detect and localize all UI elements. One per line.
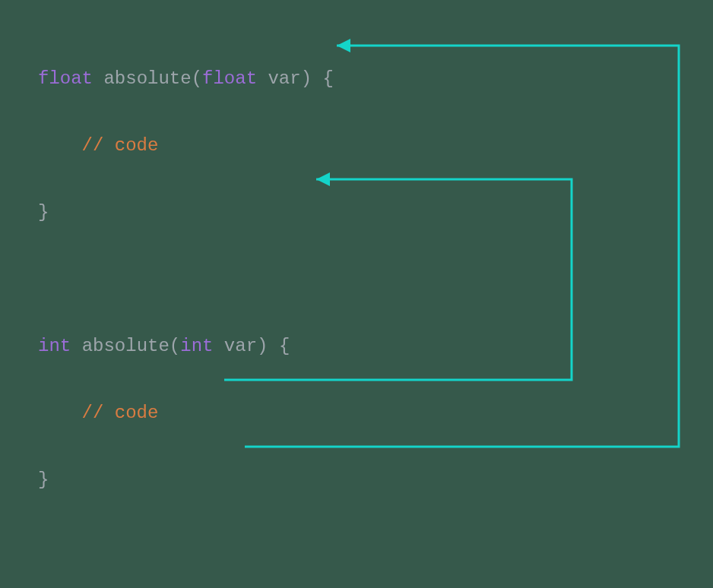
code-line-1: float absolute(float var) { xyxy=(38,62,334,96)
func-name-absolute-int: absolute( xyxy=(82,336,181,356)
code-line-3: } xyxy=(38,196,334,229)
code-line-7: } xyxy=(38,463,334,497)
code-line-blank xyxy=(38,530,334,564)
comment: // code xyxy=(82,135,159,156)
keyword-int: int xyxy=(38,336,71,356)
func-name-absolute-float: absolute( xyxy=(103,68,202,89)
arrow-float-head xyxy=(337,39,350,52)
code-line-2: // code xyxy=(38,129,334,163)
keyword-int-param: int xyxy=(180,336,213,356)
comment: // code xyxy=(82,403,159,423)
code-line-blank xyxy=(38,263,334,296)
keyword-float: float xyxy=(38,68,93,89)
code-block: float absolute(float var) { // code } in… xyxy=(38,29,334,588)
code-line-6: // code xyxy=(38,397,334,430)
keyword-float-param: float xyxy=(202,68,257,89)
code-line-5: int absolute(int var) { xyxy=(38,330,334,363)
